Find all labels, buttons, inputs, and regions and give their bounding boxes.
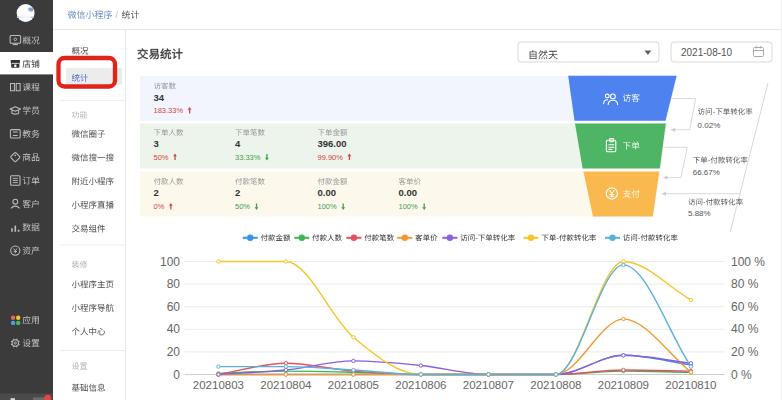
svg-text:396.00: 396.00 [318, 138, 347, 149]
svg-text:0: 0 [173, 368, 180, 382]
svg-text:0.00: 0.00 [399, 187, 418, 198]
svg-text:0.02%: 0.02% [698, 121, 721, 130]
svg-text:80: 80 [167, 277, 181, 291]
svg-text:60: 60 [167, 300, 181, 314]
svg-text:2021-08-10: 2021-08-10 [681, 47, 733, 58]
svg-text:100%: 100% [399, 202, 419, 211]
svg-text:4: 4 [235, 138, 241, 149]
svg-text:20210805: 20210805 [328, 379, 379, 391]
svg-text:20210803: 20210803 [193, 379, 244, 391]
svg-text:0%: 0% [154, 202, 165, 211]
svg-text:20210806: 20210806 [395, 379, 446, 391]
svg-text:100%: 100% [318, 202, 338, 211]
svg-text:20210809: 20210809 [598, 379, 649, 391]
svg-text:100 %: 100 % [731, 255, 765, 269]
svg-text:40 %: 40 % [731, 322, 759, 336]
svg-text:2: 2 [154, 187, 159, 198]
svg-text:50%: 50% [154, 153, 169, 162]
svg-text:183.33%: 183.33% [154, 106, 184, 115]
svg-text:20210804: 20210804 [260, 379, 312, 391]
svg-text:50%: 50% [235, 202, 250, 211]
svg-text:5.88%: 5.88% [688, 209, 711, 218]
svg-text:34: 34 [154, 92, 165, 103]
svg-text:66.67%: 66.67% [693, 168, 720, 177]
svg-text:20210810: 20210810 [665, 379, 716, 391]
svg-text:60 %: 60 % [731, 300, 759, 314]
svg-text:0.00: 0.00 [318, 187, 337, 198]
svg-text:3: 3 [154, 138, 159, 149]
svg-text:20 %: 20 % [731, 345, 759, 359]
svg-text:40: 40 [167, 322, 181, 336]
svg-text:20210808: 20210808 [530, 379, 581, 391]
svg-text:99.90%: 99.90% [318, 153, 344, 162]
svg-text:33.33%: 33.33% [235, 153, 261, 162]
svg-text:80 %: 80 % [731, 277, 759, 291]
svg-text:2: 2 [235, 187, 240, 198]
svg-text:100: 100 [160, 255, 180, 269]
svg-text:0 %: 0 % [731, 368, 752, 382]
svg-text:20210807: 20210807 [463, 379, 514, 391]
svg-text:20: 20 [167, 345, 181, 359]
